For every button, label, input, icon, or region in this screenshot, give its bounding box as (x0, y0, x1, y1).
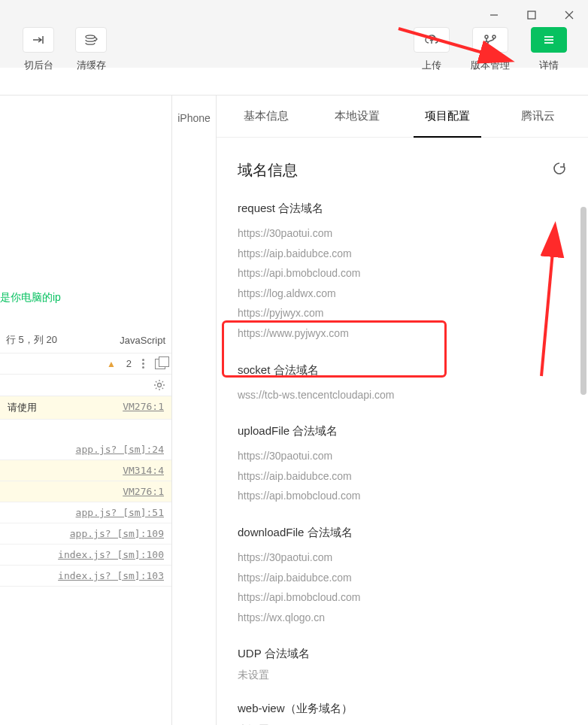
device-label: iPhone (172, 96, 217, 725)
udp-domain-label: UDP 合法域名 (238, 647, 567, 661)
domain-item: https://log.aldwx.com (238, 284, 567, 304)
console: 请使用 VM276:1 app.js? [sm]:24 VM314:4 VM27… (0, 396, 171, 587)
ip-text: 是你电脑的ip (0, 96, 171, 305)
domain-item: https://api.bmobcloud.com (238, 486, 567, 506)
console-link[interactable]: index.js? [sm]:103 (58, 570, 164, 581)
console-row[interactable]: index.js? [sm]:103 (0, 566, 171, 587)
editor-status-bar: 行 5，列 20 JavaScript (0, 327, 171, 353)
warning-count: 2 (126, 358, 132, 369)
switch-bg-label: 切后台 (24, 59, 53, 72)
download-domain-label: downloadFile 合法域名 (238, 526, 567, 540)
domain-item: https://pyjwyx.com (238, 303, 567, 323)
console-link[interactable]: app.js? [sm]:24 (76, 444, 164, 455)
svg-point-6 (485, 35, 488, 38)
layers-icon (84, 34, 98, 46)
details-panel: 基本信息 本地设置 项目配置 腾讯云 域名信息 request 合法域名 htt… (217, 96, 588, 725)
panel-toggle-icon[interactable] (155, 359, 165, 369)
tab-basic[interactable]: 基本信息 (221, 96, 312, 137)
clear-cache-button[interactable] (75, 27, 107, 53)
tab-tencent[interactable]: 腾讯云 (493, 96, 584, 137)
warning-icon: ▲ (107, 359, 116, 369)
webview-domain-label: web-view（业务域名） (238, 702, 567, 716)
console-text: 请使用 (8, 401, 37, 414)
kebab-icon[interactable] (142, 359, 144, 369)
svg-point-5 (86, 35, 95, 38)
svg-point-12 (158, 384, 162, 387)
close-button[interactable] (550, 0, 588, 30)
menu-icon (542, 35, 556, 45)
switch-bg-button[interactable] (23, 27, 54, 53)
tab-project[interactable]: 项目配置 (402, 96, 493, 137)
domain-item: wss://tcb-ws.tencentcloudapi.com (238, 385, 567, 405)
svg-point-8 (493, 35, 496, 38)
upload-button[interactable] (414, 27, 450, 53)
editor-pane: 是你电脑的ip 行 5，列 20 JavaScript ▲ 2 请使用 VM27… (0, 96, 172, 725)
minimize-button[interactable] (475, 0, 513, 30)
console-toolbar: ▲ 2 (0, 353, 171, 375)
unset-label: 未设置 (238, 669, 567, 682)
domain-item: https://www.pyjwyx.com (238, 323, 567, 344)
version-mgmt-button[interactable] (472, 27, 508, 53)
details-button[interactable] (531, 27, 567, 53)
domain-item: https://wx.qlogo.cn (238, 608, 567, 628)
domain-item: https://aip.baidubce.com (238, 568, 567, 588)
domain-item: https://api.bmobcloud.com (238, 587, 567, 608)
version-mgmt-label: 版本管理 (471, 59, 510, 72)
console-row[interactable]: VM314:4 (0, 460, 171, 481)
console-link[interactable]: VM314:4 (123, 465, 164, 476)
language-label: JavaScript (120, 335, 165, 346)
console-link[interactable]: app.js? [sm]:109 (70, 528, 164, 539)
gear-icon[interactable] (153, 379, 165, 391)
refresh-icon[interactable] (552, 161, 567, 180)
upload-label: 上传 (422, 59, 441, 72)
console-link[interactable]: VM276:1 (123, 486, 164, 497)
details-label: 详情 (539, 59, 559, 72)
domain-item: https://aip.baidubce.com (238, 466, 567, 487)
console-row[interactable]: app.js? [sm]:51 (0, 502, 171, 523)
switch-bg-icon (32, 35, 45, 45)
console-link[interactable]: app.js? [sm]:51 (76, 507, 164, 518)
cloud-upload-icon (424, 34, 439, 46)
clear-cache-label: 清缓存 (77, 59, 106, 72)
console-row[interactable]: 请使用 VM276:1 (0, 396, 171, 420)
scrollbar[interactable] (580, 207, 586, 395)
domain-item: https://30paotui.com (238, 223, 567, 244)
console-link[interactable]: VM276:1 (123, 401, 164, 414)
domain-item: https://30paotui.com (238, 548, 567, 568)
section-title: 域名信息 (238, 160, 298, 180)
console-row[interactable]: app.js? [sm]:109 (0, 523, 171, 545)
request-domain-label: request 合法域名 (238, 202, 567, 216)
branch-icon (483, 34, 498, 46)
tab-local[interactable]: 本地设置 (312, 96, 403, 137)
cursor-position: 行 5，列 20 (6, 333, 57, 347)
domain-item: https://aip.baidubce.com (238, 244, 567, 264)
console-row[interactable]: VM276:1 (0, 481, 171, 502)
socket-domain-label: socket 合法域名 (238, 363, 567, 378)
tabs: 基本信息 本地设置 项目配置 腾讯云 (217, 96, 588, 138)
maximize-button[interactable] (513, 0, 550, 30)
upload-domain-label: uploadFile 合法域名 (238, 424, 567, 438)
domain-item: https://30paotui.com (238, 446, 567, 466)
svg-rect-1 (528, 11, 535, 19)
console-row[interactable]: app.js? [sm]:24 (0, 439, 171, 460)
console-row[interactable]: index.js? [sm]:100 (0, 545, 171, 566)
console-link[interactable]: index.js? [sm]:100 (58, 549, 164, 560)
domain-item: https://api.bmobcloud.com (238, 263, 567, 284)
